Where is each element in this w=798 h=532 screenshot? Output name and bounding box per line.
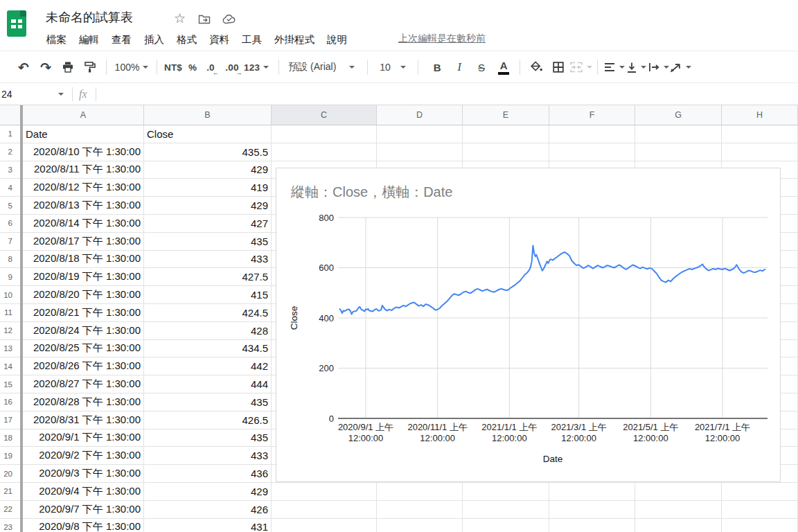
menu-item-7[interactable]: 工具 [236,31,268,48]
cell-G1[interactable] [635,125,722,143]
decrease-decimal-button[interactable]: .0← [201,57,220,77]
column-header-G[interactable]: G [635,105,722,125]
horizontal-align-button[interactable] [603,57,625,77]
cell-E22[interactable] [463,501,549,519]
cell-A2[interactable]: 2020/8/10 下午 1:30:00 [23,143,144,161]
cell-A1[interactable]: Date [23,125,144,143]
row-header-20[interactable]: 20 [0,465,20,483]
format-currency-button[interactable]: NT$ [162,57,184,77]
chevron-down-icon[interactable] [58,93,64,96]
increase-decimal-button[interactable]: .00→ [220,57,244,77]
more-formats-button[interactable]: 123 [244,57,269,77]
cell-B12[interactable]: 428 [144,322,272,340]
row-header-13[interactable]: 13 [0,340,20,358]
cell-A11[interactable]: 2020/8/21 下午 1:30:00 [23,304,144,322]
menu-item-1[interactable]: 檔案 [40,31,73,48]
cell-B23[interactable]: 431 [144,519,272,532]
cell-C2[interactable] [272,143,377,161]
font-size-select[interactable]: 10 [373,57,413,77]
row-header-12[interactable]: 12 [0,322,20,340]
column-header-B[interactable]: B [144,105,272,125]
cell-C22[interactable] [272,501,377,519]
menu-item-8[interactable]: 外掛程式 [268,31,321,48]
row-header-10[interactable]: 10 [0,286,20,304]
row-header-16[interactable]: 16 [0,393,20,411]
row-header-18[interactable]: 18 [0,429,20,447]
row-header-19[interactable]: 19 [0,447,20,465]
cell-B9[interactable]: 427.5 [144,268,272,286]
cell-B15[interactable]: 444 [144,375,272,393]
menu-item-6[interactable]: 資料 [203,31,236,48]
cell-B14[interactable]: 442 [144,357,272,375]
cell-D23[interactable] [377,519,463,532]
cell-B2[interactable]: 435.5 [144,143,272,161]
cell-A19[interactable]: 2020/9/2 下午 1:30:00 [23,447,144,465]
cell-A22[interactable]: 2020/9/7 下午 1:30:00 [23,501,144,519]
menu-item-2[interactable]: 編輯 [73,31,105,48]
cell-A3[interactable]: 2020/8/11 下午 1:30:00 [23,161,144,179]
select-all-corner[interactable] [0,105,20,125]
cell-B20[interactable]: 436 [144,465,272,483]
text-wrap-button[interactable] [647,57,669,77]
cell-B21[interactable]: 429 [144,483,272,501]
row-header-9[interactable]: 9 [0,268,20,286]
cell-E2[interactable] [463,143,549,161]
column-header-F[interactable]: F [549,105,635,125]
cell-B8[interactable]: 433 [144,251,272,269]
row-header-22[interactable]: 22 [0,501,20,519]
column-header-A[interactable]: A [23,105,144,125]
cell-F22[interactable] [549,501,635,519]
row-header-5[interactable]: 5 [0,197,20,215]
row-header-2[interactable]: 2 [0,143,20,161]
cell-G21[interactable] [635,483,722,501]
cell-A10[interactable]: 2020/8/20 下午 1:30:00 [23,286,144,304]
paint-format-button[interactable] [79,57,101,77]
cell-E23[interactable] [463,519,549,532]
cell-A12[interactable]: 2020/8/24 下午 1:30:00 [23,322,144,340]
cell-H21[interactable] [722,483,798,501]
row-header-6[interactable]: 6 [0,215,20,233]
strikethrough-button[interactable]: S [470,57,493,77]
cell-F23[interactable] [549,519,635,532]
cell-D21[interactable] [377,483,463,501]
star-icon[interactable]: ☆ [174,12,186,25]
cell-B18[interactable]: 435 [144,429,272,447]
cell-B17[interactable]: 426.5 [144,411,272,429]
document-title[interactable]: 未命名的試算表 [46,9,133,26]
italic-button[interactable]: I [448,57,470,77]
cell-D2[interactable] [377,143,463,161]
cell-B19[interactable]: 433 [144,447,272,465]
cell-F1[interactable] [549,125,635,143]
cell-A13[interactable]: 2020/8/25 下午 1:30:00 [23,340,144,358]
cell-A5[interactable]: 2020/8/13 下午 1:30:00 [23,197,144,215]
undo-button[interactable]: ↶ [12,57,35,77]
cell-F21[interactable] [549,483,635,501]
row-header-15[interactable]: 15 [0,375,20,393]
row-header-17[interactable]: 17 [0,411,20,429]
bold-button[interactable]: B [426,57,448,77]
cell-A14[interactable]: 2020/8/26 下午 1:30:00 [23,357,144,375]
menu-item-9[interactable]: 說明 [321,31,353,48]
cell-G23[interactable] [635,519,722,532]
menu-item-4[interactable]: 插入 [138,31,170,48]
menu-item-5[interactable]: 格式 [170,31,203,48]
cell-B7[interactable]: 435 [144,233,272,251]
text-color-button[interactable]: A [493,57,515,77]
cell-A16[interactable]: 2020/8/28 下午 1:30:00 [23,393,144,411]
last-edit-link[interactable]: 上次編輯是在數秒前 [398,33,486,45]
cell-C21[interactable] [272,483,377,501]
font-family-select[interactable]: 預設 (Arial) [284,57,359,77]
cell-G22[interactable] [635,501,722,519]
row-header-11[interactable]: 11 [0,304,20,322]
column-header-D[interactable]: D [377,105,463,125]
column-header-C[interactable]: C [272,105,377,125]
print-button[interactable] [57,57,79,77]
cell-A7[interactable]: 2020/8/17 下午 1:30:00 [23,233,144,251]
menu-item-3[interactable]: 查看 [105,31,138,48]
row-header-23[interactable]: 23 [0,519,20,532]
cell-E21[interactable] [463,483,549,501]
cell-A8[interactable]: 2020/8/18 下午 1:30:00 [23,251,144,269]
cell-D1[interactable] [377,125,463,143]
cell-B22[interactable]: 426 [144,501,272,519]
cell-D22[interactable] [377,501,463,519]
